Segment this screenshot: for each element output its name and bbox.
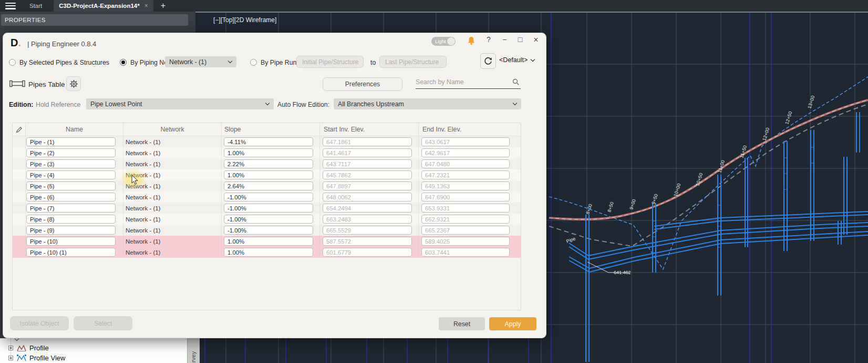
table-settings-button[interactable] — [66, 76, 81, 91]
slope-input[interactable] — [224, 204, 313, 213]
table-row[interactable]: Network - (1) — [13, 225, 521, 236]
edition-select[interactable]: Pipe Lowest Point — [86, 98, 274, 109]
auto-flow-select[interactable]: All Branches Upstream — [334, 98, 521, 109]
table-row[interactable]: Network - (1) — [13, 136, 521, 147]
table-row[interactable]: Network - (1) — [13, 203, 521, 214]
table-row[interactable]: Network - (1) — [13, 191, 521, 203]
network-select[interactable]: Network - (1) — [165, 56, 236, 67]
dialog-title-bar[interactable]: D. | Piping Engineer 0.8.4 — [11, 37, 96, 49]
pipe-name-input[interactable] — [26, 248, 116, 257]
column-header-start-inv[interactable]: Start Inv. Elev. — [320, 123, 419, 136]
pipe-name-input[interactable] — [26, 182, 116, 190]
table-row[interactable]: Network - (1) — [13, 147, 521, 158]
start-elev-input[interactable] — [323, 182, 412, 190]
start-elev-input[interactable] — [323, 237, 412, 246]
slope-input[interactable] — [224, 193, 313, 201]
pipe-name-input[interactable] — [26, 237, 116, 246]
start-elev-input[interactable] — [323, 148, 412, 157]
apply-button[interactable]: Apply — [489, 317, 536, 330]
tab-close-icon[interactable]: × — [144, 2, 148, 9]
tab-start[interactable]: Start — [24, 0, 47, 12]
pipe-name-input[interactable] — [26, 226, 116, 235]
end-elev-input[interactable] — [421, 148, 510, 157]
slope-input[interactable] — [224, 159, 313, 168]
tree-item-profile[interactable]: Profile — [0, 343, 189, 352]
radio-by-network[interactable] — [120, 59, 127, 66]
pipe-name-input[interactable] — [26, 193, 116, 201]
pipe-name-input[interactable] — [26, 170, 116, 179]
isolate-object-button[interactable]: Isolate Object — [10, 316, 69, 330]
pipe-name-input[interactable] — [26, 204, 116, 213]
new-tab-button[interactable]: + — [161, 0, 166, 12]
slope-input[interactable] — [224, 148, 313, 157]
radio-by-selected[interactable] — [9, 59, 16, 66]
end-elev-input[interactable] — [421, 215, 510, 224]
slope-input[interactable] — [224, 137, 313, 146]
end-elev-input[interactable] — [421, 248, 510, 257]
last-pipe-input[interactable] — [379, 56, 447, 68]
start-elev-input[interactable] — [323, 137, 412, 146]
table-row[interactable]: Network - (1) — [13, 158, 521, 169]
reset-button[interactable]: Reset — [439, 317, 485, 330]
theme-toggle[interactable]: Light — [431, 37, 456, 46]
close-button[interactable]: × — [531, 35, 541, 45]
initial-pipe-input[interactable] — [296, 56, 364, 68]
slope-input[interactable] — [224, 226, 313, 235]
select-button[interactable]: Select — [74, 316, 132, 330]
maximize-button[interactable]: □ — [515, 35, 525, 44]
end-elev-input[interactable] — [421, 182, 510, 190]
table-row[interactable]: Network - (1) — [13, 214, 521, 225]
expand-plus-icon[interactable] — [8, 346, 13, 350]
minimize-button[interactable]: − — [500, 35, 509, 44]
end-elev-input[interactable] — [421, 193, 510, 201]
preset-dropdown[interactable]: <Default> — [499, 56, 534, 64]
end-elev-input[interactable] — [421, 137, 510, 146]
search-input[interactable] — [416, 76, 508, 88]
start-elev-input[interactable] — [323, 193, 412, 201]
table-row[interactable]: Network - (1) — [13, 169, 521, 180]
pipe-name-input[interactable] — [26, 215, 116, 224]
slope-input[interactable] — [224, 248, 313, 257]
radio-by-pipe-run[interactable] — [250, 59, 257, 66]
hold-reference-label: Hold Reference — [36, 101, 80, 108]
slope-input[interactable] — [224, 170, 313, 179]
end-elev-input[interactable] — [421, 237, 510, 246]
end-elev-input[interactable] — [421, 170, 510, 179]
end-elev-input[interactable] — [421, 159, 510, 168]
start-elev-input[interactable] — [323, 170, 412, 179]
help-button[interactable]: ? — [484, 35, 493, 44]
refresh-button[interactable] — [480, 53, 496, 69]
survey-tab-label: Survey — [190, 351, 197, 363]
properties-panel-header[interactable]: PROPERTIES — [1, 14, 188, 26]
expand-plus-icon[interactable] — [8, 356, 13, 360]
tab-drawing[interactable]: C3D-ProjectA-Expansion14* × — [54, 0, 153, 12]
preferences-button[interactable]: Preferences — [323, 77, 402, 91]
start-elev-input[interactable] — [323, 215, 412, 224]
end-elev-input[interactable] — [421, 226, 510, 235]
slope-input[interactable] — [224, 215, 313, 224]
pipe-name-input[interactable] — [26, 137, 116, 146]
table-row[interactable]: Network - (1) — [13, 247, 521, 258]
table-row[interactable]: Network - (1) — [13, 236, 521, 247]
start-elev-input[interactable] — [323, 204, 412, 213]
tree-item-profile-view[interactable]: Profile View — [0, 353, 189, 362]
column-header-end-inv[interactable]: End Inv. Elev. — [419, 123, 521, 136]
tree-item-label: Profile — [29, 344, 49, 352]
toolspace-survey-tab[interactable]: Survey — [187, 338, 200, 363]
column-header-network[interactable]: Network — [123, 123, 222, 136]
notification-bell-icon[interactable] — [467, 36, 476, 45]
pipe-name-input[interactable] — [26, 159, 116, 168]
pipe-name-input[interactable] — [26, 148, 116, 157]
start-elev-input[interactable] — [323, 159, 412, 168]
start-elev-input[interactable] — [323, 226, 412, 235]
column-header-name[interactable]: Name — [26, 123, 123, 136]
menu-hamburger-icon[interactable] — [5, 3, 16, 9]
search-icon[interactable] — [512, 78, 520, 86]
viewport-controls-label[interactable]: [−][Top][2D Wireframe] — [213, 16, 276, 24]
table-row[interactable]: Network - (1) — [13, 180, 521, 191]
column-header-slope[interactable]: Slope — [222, 123, 320, 136]
end-elev-input[interactable] — [421, 204, 510, 213]
slope-input[interactable] — [224, 182, 313, 190]
slope-input[interactable] — [224, 237, 313, 246]
start-elev-input[interactable] — [323, 248, 412, 257]
